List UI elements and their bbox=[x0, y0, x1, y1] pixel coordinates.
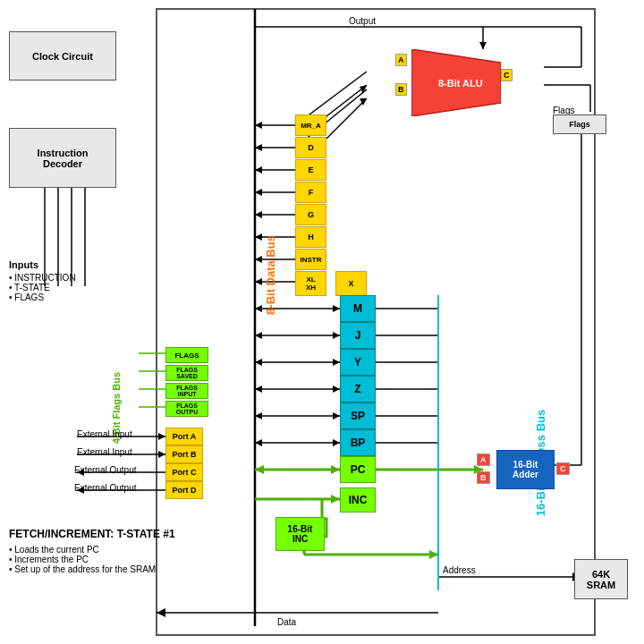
register-instr: INSTR bbox=[295, 249, 326, 270]
svg-line-88 bbox=[326, 98, 367, 139]
instruction-decoder-box: Instruction Decoder bbox=[9, 128, 116, 188]
svg-marker-13 bbox=[255, 144, 262, 151]
svg-marker-25 bbox=[255, 278, 262, 285]
instruction-decoder-label: Instruction Decoder bbox=[38, 148, 89, 169]
svg-marker-40 bbox=[255, 412, 262, 419]
svg-marker-23 bbox=[255, 256, 262, 263]
svg-marker-77 bbox=[158, 451, 165, 458]
clock-circuit-label: Clock Circuit bbox=[32, 51, 93, 62]
flags-reg: FLAGS bbox=[165, 347, 208, 363]
svg-marker-89 bbox=[360, 98, 367, 106]
svg-marker-45 bbox=[331, 465, 340, 474]
register-sp: SP bbox=[340, 402, 376, 429]
external-input-2-label: External Input bbox=[77, 447, 132, 457]
register-h: H bbox=[295, 226, 326, 248]
svg-marker-87 bbox=[360, 85, 367, 94]
inputs-title: Inputs bbox=[9, 259, 76, 270]
description-title: FETCH/INCREMENT: T-STATE #1 bbox=[9, 528, 175, 540]
alu-shape: 8-Bit ALU bbox=[411, 49, 501, 116]
address-label: Address bbox=[443, 565, 476, 575]
svg-rect-0 bbox=[157, 9, 595, 635]
input-item-tstate: • T-STATE bbox=[9, 283, 76, 292]
svg-marker-28 bbox=[255, 305, 262, 312]
inputs-section: Inputs • INSTRUCTION • T-STATE • FLAGS bbox=[9, 259, 76, 302]
svg-marker-36 bbox=[333, 386, 340, 393]
clock-circuit-box: Clock Circuit bbox=[9, 31, 116, 80]
register-bp: BP bbox=[340, 429, 376, 456]
inc-16bit-box: 16-Bit INC bbox=[275, 517, 325, 551]
svg-marker-15 bbox=[255, 166, 262, 174]
svg-marker-34 bbox=[255, 359, 262, 366]
register-x: X bbox=[335, 271, 367, 296]
svg-marker-67 bbox=[157, 608, 165, 617]
description-bullets: • Loads the current PC • Increments the … bbox=[9, 545, 175, 574]
register-xlxh: XL XH bbox=[295, 271, 326, 296]
register-j: J bbox=[340, 322, 376, 349]
diagram: Clock Circuit Instruction Decoder Inputs… bbox=[0, 0, 644, 644]
adder-16bit-box: 16-Bit Adder bbox=[496, 450, 555, 489]
port-c-box: Port C bbox=[165, 463, 203, 481]
register-d: D bbox=[295, 137, 326, 158]
svg-marker-31 bbox=[255, 332, 262, 339]
data-label: Data bbox=[277, 617, 296, 627]
svg-marker-30 bbox=[333, 332, 340, 339]
port-d-box: Port D bbox=[165, 481, 203, 499]
flags-input-reg: FLAGS INPUT bbox=[165, 383, 208, 399]
alu-c-output: C bbox=[501, 69, 513, 81]
svg-marker-39 bbox=[333, 412, 340, 419]
port-b-box: Port B bbox=[165, 445, 203, 463]
svg-marker-17 bbox=[255, 189, 262, 196]
svg-marker-27 bbox=[333, 305, 340, 312]
svg-marker-11 bbox=[255, 122, 262, 129]
alu-label: 8-Bit ALU bbox=[438, 78, 483, 89]
flags-output-box: Flags bbox=[553, 114, 606, 134]
alu-a-input: A bbox=[395, 54, 407, 66]
bullet-2: • Increments the PC bbox=[9, 555, 175, 564]
description-section: FETCH/INCREMENT: T-STATE #1 • Loads the … bbox=[9, 528, 175, 574]
bullet-1: • Loads the current PC bbox=[9, 545, 175, 555]
svg-marker-33 bbox=[333, 359, 340, 366]
register-mra: MR_A bbox=[295, 114, 326, 136]
register-m: M bbox=[340, 295, 376, 322]
adder-c-output: C bbox=[556, 462, 570, 475]
register-g: G bbox=[295, 204, 326, 225]
external-output-1-label: External Output bbox=[74, 465, 136, 475]
svg-marker-42 bbox=[333, 439, 340, 446]
inputs-list: • INSTRUCTION • T-STATE • FLAGS bbox=[9, 273, 76, 302]
adder-a-input: A bbox=[477, 453, 490, 466]
register-y: Y bbox=[340, 349, 376, 376]
alu-b-input: B bbox=[395, 83, 407, 96]
output-label: Output bbox=[349, 16, 376, 26]
register-inc: INC bbox=[340, 487, 376, 513]
bullet-3: • Set up of the address for the SRAM bbox=[9, 564, 175, 574]
flags-saved-reg: FLAGS SAVED bbox=[165, 365, 208, 381]
data-bus-label: 8-Bit Data Bus bbox=[264, 235, 277, 315]
svg-line-86 bbox=[326, 85, 367, 116]
svg-marker-19 bbox=[255, 211, 262, 218]
svg-marker-63 bbox=[429, 550, 438, 559]
svg-marker-43 bbox=[255, 439, 262, 446]
input-item-flags: • FLAGS bbox=[9, 292, 76, 302]
svg-marker-75 bbox=[158, 433, 165, 440]
svg-marker-48 bbox=[331, 495, 340, 504]
flags-output-reg: FLAGS OUTPU bbox=[165, 401, 208, 417]
external-output-2-label: External Output bbox=[74, 483, 136, 493]
svg-marker-4 bbox=[479, 42, 487, 49]
external-input-1-label: External Input bbox=[77, 429, 132, 439]
svg-marker-21 bbox=[255, 233, 262, 241]
port-a-box: Port A bbox=[165, 428, 203, 445]
alu-container: 8-Bit ALU A B C bbox=[411, 49, 501, 120]
input-item-instruction: • INSTRUCTION bbox=[9, 273, 76, 283]
adder-b-input: B bbox=[477, 471, 490, 484]
register-pc: PC bbox=[340, 456, 376, 483]
svg-marker-46 bbox=[255, 465, 264, 474]
register-f: F bbox=[295, 182, 326, 203]
register-z: Z bbox=[340, 376, 376, 402]
register-e: E bbox=[295, 159, 326, 181]
sram-box: 64K SRAM bbox=[574, 559, 628, 599]
svg-marker-37 bbox=[255, 386, 262, 393]
